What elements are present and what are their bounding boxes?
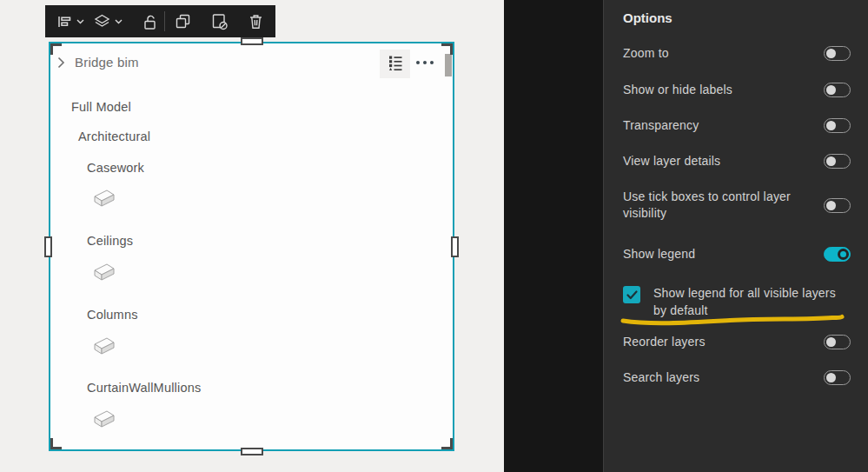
delete-button[interactable] [247,5,265,37]
show-legend-default-checkbox[interactable] [623,286,640,303]
design-canvas: Bridge bim [0,0,504,472]
layer-item[interactable]: Casework [87,161,144,175]
toolbar-divider [164,11,165,31]
resize-handle-top[interactable] [241,37,263,45]
setting-label: Show legend for all visible layers by de… [653,284,851,319]
chevron-down-icon [115,19,123,24]
widget-header: Bridge bim [50,43,453,82]
setting-label: Search layers [623,369,699,386]
layer-item[interactable]: Ceilings [87,234,133,248]
setting-label: View layer details [623,153,720,170]
show-hide-labels-toggle[interactable] [824,83,851,97]
arrange-layers-button[interactable] [93,5,123,37]
resize-handle-bottom[interactable] [241,448,263,455]
resize-handle-corner[interactable] [50,438,62,449]
tick-boxes-toggle[interactable] [824,198,851,213]
show-legend-toggle[interactable] [824,247,851,262]
resize-handle-corner[interactable] [441,438,453,449]
legend-swatch-icon [92,409,116,433]
options-panel: Options Zoom to Show or hide labels Tran… [603,0,868,472]
setting-row: View layer details [623,153,851,170]
layer-item[interactable]: Architectural [78,130,150,143]
setting-row: Use tick boxes to control layer visibili… [623,189,851,222]
setting-row: Search layers [623,369,851,386]
setting-label: Show legend [623,246,695,263]
setting-row: Show or hide labels [623,82,851,98]
zoom-to-toggle[interactable] [824,46,851,61]
setting-label: Reorder layers [623,334,706,350]
legend-swatch-icon [92,336,116,360]
legend-list-icon [387,54,404,75]
layer-item[interactable]: Columns [87,308,138,322]
panel-gap [504,0,603,472]
setting-row: Zoom to [623,45,851,62]
legend-swatch-icon [92,262,116,286]
setting-label: Show or hide labels [623,82,732,98]
ellipsis-dot [430,61,434,64]
view-layer-details-toggle[interactable] [824,154,851,169]
align-button[interactable] [56,5,84,37]
unlock-icon [141,13,159,30]
legend-swatch-icon [92,188,116,212]
layer-item[interactable]: CurtainWallMullions [87,381,201,395]
save-as-template-button[interactable] [209,5,229,37]
resize-handle-left[interactable] [44,236,52,257]
chevron-down-icon [76,19,84,24]
transparency-toggle[interactable] [824,118,851,133]
setting-row: Transparency [623,117,851,134]
duplicate-button[interactable] [174,5,192,37]
collapse-chevron-icon[interactable] [57,57,65,72]
legend-list-button[interactable] [380,50,410,78]
trash-icon [247,12,265,30]
setting-label: Transparency [623,117,699,134]
setting-label: Use tick boxes to control layer visibili… [623,189,815,222]
scrollbar-thumb[interactable] [445,54,452,76]
setting-row: Reorder layers [623,334,851,350]
reorder-layers-toggle[interactable] [824,335,851,349]
resize-handle-corner[interactable] [441,43,453,55]
unlock-button[interactable] [141,5,159,37]
duplicate-icon [174,12,192,30]
ellipsis-dot [423,61,427,64]
panel-title: Options [623,10,673,25]
widget-title: Bridge bim [75,55,139,70]
more-options-button[interactable] [416,61,434,64]
setting-row: Show legend [623,246,851,263]
resize-handle-corner[interactable] [50,43,62,55]
setting-row: Show legend for all visible layers by de… [623,284,852,319]
align-icon [56,13,73,30]
layers-icon [93,13,111,30]
setting-label: Zoom to [623,45,669,62]
widget-toolbar [45,5,275,37]
ellipsis-dot [416,61,420,64]
layerlist-widget[interactable]: Bridge bim [49,42,454,451]
save-as-template-icon [209,12,229,30]
search-layers-toggle[interactable] [824,370,851,385]
layer-item[interactable]: Full Model [71,100,131,114]
resize-handle-right[interactable] [451,236,459,257]
